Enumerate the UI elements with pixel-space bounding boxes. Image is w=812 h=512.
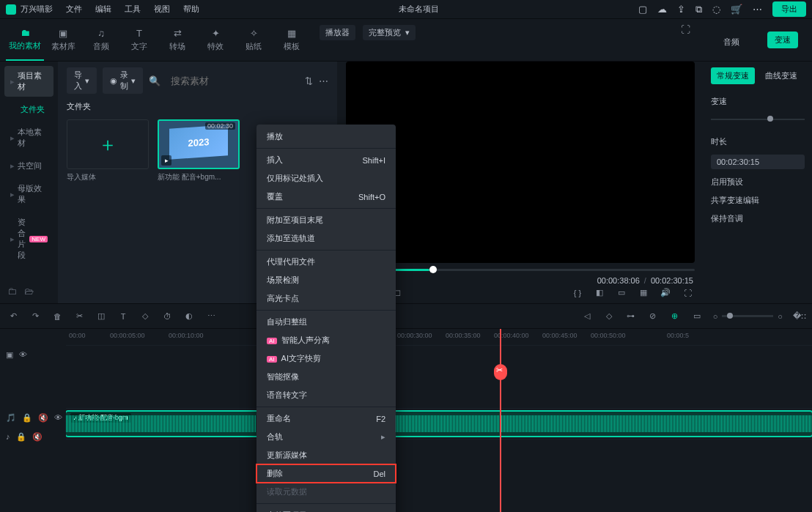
compare-icon[interactable]: ▭ xyxy=(616,288,627,297)
ctx-add-track[interactable]: 添加至选轨道 xyxy=(256,229,396,248)
ctx-update-source[interactable]: 更新源媒体 xyxy=(256,446,396,464)
folder-add-icon[interactable]: 🗀 xyxy=(7,286,17,296)
preview-mode-select[interactable]: 播放器 xyxy=(320,25,355,40)
track-button[interactable]: ▭ xyxy=(691,311,703,321)
zoom-in-icon[interactable]: ○ xyxy=(778,312,783,321)
menu-edit[interactable]: 编辑 xyxy=(95,4,111,15)
ctx-ai-voice[interactable]: AI智能人声分离 xyxy=(256,331,396,349)
more-icon[interactable]: ⋯ xyxy=(319,76,328,86)
ctx-rename[interactable]: 重命名F2 xyxy=(256,409,396,428)
audio-track-1[interactable]: ♪ 新功能·配音·bgm xyxy=(66,408,812,439)
sidebar-item-local[interactable]: ▸本地素材 xyxy=(4,122,53,153)
share-icon[interactable]: ⇪ xyxy=(677,4,685,14)
media-add-item[interactable]: ＋ 导入媒体 xyxy=(67,119,149,182)
ctx-scene-detect[interactable]: 场景检测 xyxy=(256,271,396,289)
fit-button[interactable]: �ːː xyxy=(793,311,805,321)
track-header-audio2[interactable]: ♪ 🔒 🔇 xyxy=(0,427,66,446)
filter-icon[interactable]: ⇅ xyxy=(305,76,313,86)
audio-track-2[interactable] xyxy=(66,439,812,458)
menu-file[interactable]: 文件 xyxy=(66,4,82,15)
ctx-delete[interactable]: 删除Del xyxy=(256,464,396,483)
user-icon[interactable]: ◌ xyxy=(712,4,720,14)
delete-button[interactable]: 🗑 xyxy=(51,312,63,321)
mute-icon[interactable]: 🔇 xyxy=(38,413,48,423)
insp-subtab-curve[interactable]: 曲线变速 xyxy=(759,67,803,84)
cloud-icon[interactable]: ☁ xyxy=(657,4,667,14)
volume-icon[interactable]: 🔊 xyxy=(660,288,671,297)
sidebar-item-shared[interactable]: ▸共空间 xyxy=(4,156,53,176)
insp-link-pitch[interactable]: 保持音调 xyxy=(711,213,805,224)
tab-effects[interactable]: ✦ 特效 xyxy=(196,19,235,61)
timeline-tracks[interactable]: 00:00 00:00:05:00 00:00:10:00 00:00:30:0… xyxy=(66,329,812,512)
ctx-overwrite[interactable]: 覆盖Shift+O xyxy=(256,188,396,206)
snapshot-icon[interactable]: ⛶ xyxy=(681,25,690,34)
lock-icon[interactable]: 🔒 xyxy=(16,432,26,442)
sidebar-item-compound[interactable]: ▸资合片段NEW xyxy=(4,212,53,265)
menu-help[interactable]: 帮助 xyxy=(183,4,199,15)
ctx-auto-group[interactable]: 自动归整组 xyxy=(256,313,396,331)
ctx-play[interactable]: 播放 xyxy=(256,127,396,146)
audio-clip[interactable]: ♪ 新功能·配音·bgm xyxy=(66,412,812,436)
lock-icon[interactable]: 🔒 xyxy=(22,413,32,423)
ctx-smart-cutout[interactable]: 智能抠像 xyxy=(256,368,396,386)
layout-icon[interactable]: ▢ xyxy=(638,4,647,14)
ctx-insert-marker[interactable]: 仅用标记处插入 xyxy=(256,169,396,188)
inspector-tab-audio[interactable]: 音频 xyxy=(717,23,745,56)
marker-button[interactable]: ◇ xyxy=(603,311,615,321)
cart-icon[interactable]: 🛒 xyxy=(731,4,742,14)
tab-text[interactable]: T 文字 xyxy=(120,19,158,61)
color-button[interactable]: ◐ xyxy=(183,311,195,321)
menu-view[interactable]: 视图 xyxy=(154,4,170,15)
bracket-left-icon[interactable]: { } xyxy=(572,289,583,297)
sidebar-item-folder[interactable]: 文件夹 xyxy=(4,100,53,119)
export-button[interactable]: 导出 xyxy=(772,1,806,17)
video-track[interactable] xyxy=(66,345,812,364)
preview-quality-select[interactable]: 完整预览 ▾ xyxy=(363,25,416,40)
track-header-video[interactable]: ▣ 👁 xyxy=(0,345,66,364)
playhead[interactable]: ✂ xyxy=(500,329,501,512)
video-canvas[interactable] xyxy=(346,62,695,263)
duration-field[interactable]: 00:02:30:15 xyxy=(711,155,805,169)
tab-transition[interactable]: ⇄ 转场 xyxy=(158,19,196,61)
tab-stickers[interactable]: ✧ 贴纸 xyxy=(235,19,273,61)
insp-subtab-normal[interactable]: 常规变速 xyxy=(711,67,755,84)
more-tools-button[interactable]: ⋯ xyxy=(205,311,217,321)
text-tool-button[interactable]: T xyxy=(117,312,129,321)
ctx-ai-text[interactable]: AIAI文字快剪 xyxy=(256,349,396,368)
record-button[interactable]: ◉ 录制 ▾ xyxy=(103,67,143,94)
ctx-speech-text[interactable]: 语音转文字 xyxy=(256,386,396,404)
search-input[interactable] xyxy=(166,73,299,89)
ctx-highlight[interactable]: 高光卡点 xyxy=(256,289,396,308)
tab-audio[interactable]: ♫ 音频 xyxy=(82,19,120,61)
tab-template[interactable]: ▦ 模板 xyxy=(273,19,311,61)
settings-icon[interactable]: ⋯ xyxy=(753,4,762,14)
speed-slider[interactable] xyxy=(711,117,805,122)
sidebar-item-master[interactable]: ▸母版效果 xyxy=(4,179,53,209)
sidebar-header[interactable]: ▸项目素材 xyxy=(4,66,53,97)
grid-icon[interactable]: ▦ xyxy=(638,288,649,297)
eye-icon[interactable]: 👁 xyxy=(54,413,62,422)
zoom-out-icon[interactable]: ○ xyxy=(713,312,718,321)
folder-new-icon[interactable]: 🗁 xyxy=(24,286,34,296)
insp-link-preset[interactable]: 启用预设 xyxy=(711,177,805,188)
ctx-append-end[interactable]: 附加至项目末尾 xyxy=(256,211,396,229)
ctx-proxy[interactable]: 代理代用文件 xyxy=(256,253,396,271)
mute-icon[interactable]: 🔇 xyxy=(32,432,43,442)
keyframe-button[interactable]: ◇ xyxy=(139,311,151,321)
split-button[interactable]: ✂ xyxy=(73,311,85,321)
magnet-button[interactable]: ⊶ xyxy=(625,311,637,321)
insp-link-share[interactable]: 共享变速编辑 xyxy=(711,195,805,206)
notify-icon[interactable]: ⧉ xyxy=(695,4,702,14)
redo-button[interactable]: ↷ xyxy=(29,311,41,321)
tab-my-media[interactable]: 🖿 我的素材 xyxy=(6,19,44,61)
timeline-ruler[interactable]: 00:00 00:00:05:00 00:00:10:00 00:00:30:0… xyxy=(66,329,812,345)
ctx-merge[interactable]: 合轨▸ xyxy=(256,428,396,446)
visibility-icon[interactable]: 👁 xyxy=(19,350,27,359)
marker-icon[interactable]: ◧ xyxy=(594,288,605,297)
menu-tools[interactable]: 工具 xyxy=(125,4,141,15)
ctx-upload-cloud[interactable]: 上传至项目云 xyxy=(256,506,396,512)
media-clip-item[interactable]: 2023 00:02:30 ▸ 新功能 配音+bgm... xyxy=(158,119,240,182)
speed-button[interactable]: ⏱ xyxy=(161,312,173,321)
import-button[interactable]: 导入 ▾ xyxy=(67,67,97,94)
ctx-insert[interactable]: 插入Shift+I xyxy=(256,151,396,169)
